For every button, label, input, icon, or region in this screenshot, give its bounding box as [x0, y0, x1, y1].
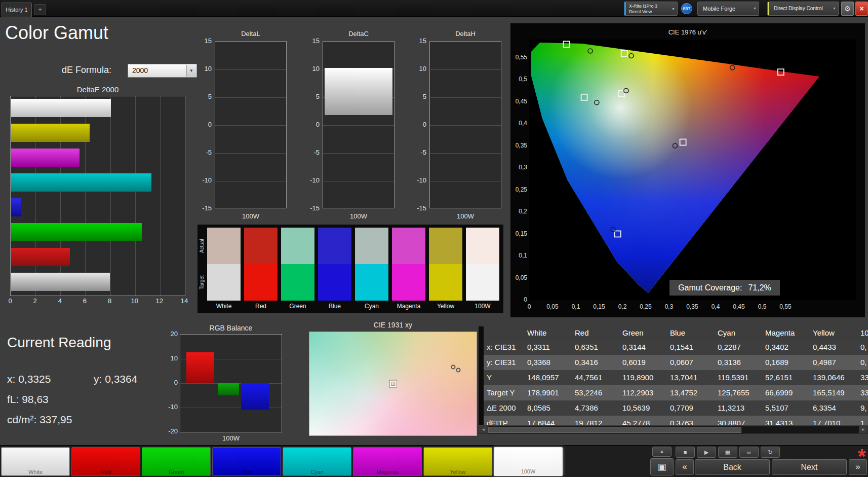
measured-point-marker [456, 368, 460, 373]
y-tick-label: 0,25 [510, 186, 527, 193]
deltac-bar [325, 68, 392, 116]
table-row[interactable]: y: CIE310,33680,34160,60190,06070,31360,… [484, 355, 868, 370]
display-control-dropdown[interactable]: Direct Display Control ▼ [767, 2, 839, 16]
history-tab[interactable]: History 1 [2, 3, 32, 17]
stop-button[interactable]: ■ [676, 447, 695, 458]
table-cell: 0,3416 [572, 355, 619, 370]
pattern-button-blue[interactable]: Blue [212, 447, 281, 476]
x-tick-label: 0,1 [566, 303, 586, 310]
source-dropdown[interactable]: Mobile Forge ▼ [697, 2, 759, 16]
table-cell: 13,4752 [667, 385, 715, 400]
x-axis-label: 100W [323, 212, 394, 220]
de-formula-select[interactable]: 2000 ▼ [128, 64, 197, 78]
eject-button[interactable]: ▲ [652, 447, 672, 457]
y-tick-label: 0 [161, 379, 178, 386]
y-tick-label: 10 [411, 65, 426, 72]
table-cell: 6,3354 [810, 400, 857, 416]
swatch-columns: WhiteRedGreenBlueCyanMagentaYellow100W [207, 228, 499, 313]
table-row[interactable]: Y148,095744,7561119,890013,7041119,53915… [484, 370, 868, 385]
x-tick-label: 12 [154, 297, 165, 305]
table-cell: 1 [857, 416, 868, 425]
scroll-left-icon[interactable]: ◄ [479, 426, 488, 433]
table-row[interactable]: x: CIE310,33110,63510,31440,15410,22870,… [484, 340, 868, 355]
close-icon[interactable]: × [855, 2, 868, 16]
scrollbar-thumb[interactable] [488, 427, 741, 433]
row-label: ΔE 2000 [484, 400, 524, 416]
gridline [215, 69, 286, 70]
refresh-button[interactable]: ↻ [761, 447, 780, 458]
table-row[interactable]: dEITP17,684419,781245,27780,376330,88073… [484, 416, 868, 425]
rgb-x-axis-label: 100W [180, 434, 282, 442]
pattern-button-cyan[interactable]: Cyan [283, 447, 351, 476]
row-label: y: CIE31 [484, 355, 524, 370]
table-cell: 31,4313 [762, 416, 810, 425]
y-tick-label: 5 [411, 93, 426, 100]
actual-swatch [281, 228, 314, 264]
swatch-column-magenta: Magenta [392, 228, 425, 313]
swatch-column-yellow: Yellow [429, 228, 462, 313]
y-tick-label: -15 [411, 204, 426, 212]
cie1931-title: CIE 1931 xy [309, 321, 477, 329]
measured-point-marker [451, 365, 455, 370]
y-tick-label: 15 [304, 37, 320, 45]
play-button[interactable]: ▶ [697, 447, 716, 458]
target-swatch [355, 264, 388, 301]
target-swatch [466, 264, 499, 301]
pattern-button-100w[interactable]: 100W [494, 447, 563, 476]
pattern-window-button[interactable]: ▣ [650, 458, 674, 475]
back-button[interactable]: Back [695, 459, 770, 475]
pattern-button-yellow[interactable]: Yellow [423, 447, 492, 476]
y-tick-label: -10 [411, 176, 426, 184]
chart-title-deltac: DeltaC [323, 30, 394, 38]
y-tick-label: -10 [161, 403, 178, 411]
table-row[interactable]: Target Y178,990153,2246112,290313,475212… [484, 385, 868, 400]
table-cell: 125,7655 [715, 385, 762, 400]
gridline [215, 153, 286, 154]
deltae-bar-green [11, 223, 142, 241]
add-tab-button[interactable]: + [34, 4, 46, 15]
target-swatch [392, 264, 425, 301]
swatch-column-blue: Blue [318, 228, 351, 313]
pattern-button-white[interactable]: White [1, 447, 70, 476]
table-horizontal-scrollbar[interactable]: ◄ ► [479, 426, 868, 434]
actual-swatch [392, 228, 425, 264]
actual-swatch [355, 228, 388, 264]
x-axis-label: 100W [429, 212, 501, 220]
chevron-down-icon: ▼ [833, 2, 836, 15]
table-cell: 10,5639 [619, 400, 667, 416]
y-tick-label: -10 [304, 176, 320, 184]
continuous-button[interactable]: ∞ [739, 447, 759, 458]
actual-swatch [318, 228, 351, 264]
gear-icon[interactable]: ⚙ [841, 2, 854, 16]
gamut-coverage-label: Gamut Coverage: [678, 283, 742, 292]
deltae-bar-yellow [11, 124, 90, 142]
meter-dropdown[interactable]: X-Rite i1Pro 3 Direct View ▼ [624, 2, 678, 16]
scroll-right-icon[interactable]: ► [859, 426, 867, 433]
pattern-grid-button[interactable]: ▦ [718, 447, 737, 458]
rgb-bar-red [186, 352, 214, 383]
x-tick-label: 6 [79, 297, 90, 305]
rgb-plot [180, 334, 282, 432]
swatch-label: White [207, 301, 241, 313]
deltae-bar-cyan [11, 173, 151, 192]
pattern-button-green[interactable]: Green [142, 447, 211, 476]
pattern-button-red[interactable]: Red [71, 447, 140, 476]
y-tick-label: -15 [196, 204, 212, 212]
table-cell: 44,7561 [572, 370, 619, 385]
gridline [215, 125, 286, 126]
table-row[interactable]: ΔE 20008,05854,738610,56390,770911,32135… [484, 400, 868, 416]
next-button[interactable]: Next [772, 459, 847, 475]
table-cell: 53,2246 [572, 385, 619, 400]
actual-swatch [207, 228, 241, 264]
table-cell: 17,7010 [810, 416, 857, 425]
back-chevron-button[interactable]: « [676, 459, 694, 475]
y-tick-label: 0,05 [510, 274, 527, 281]
chevron-down-icon: ▼ [186, 65, 196, 77]
reading-y-value: y: 0,3364 [94, 373, 137, 385]
pattern-button-magenta[interactable]: Magenta [353, 447, 422, 476]
actual-swatch [244, 228, 278, 264]
table-cell: 11,3213 [715, 400, 762, 416]
gridline [215, 97, 286, 98]
cie1976-horseshoe [529, 40, 856, 300]
table-cell: 0,7709 [667, 400, 715, 416]
